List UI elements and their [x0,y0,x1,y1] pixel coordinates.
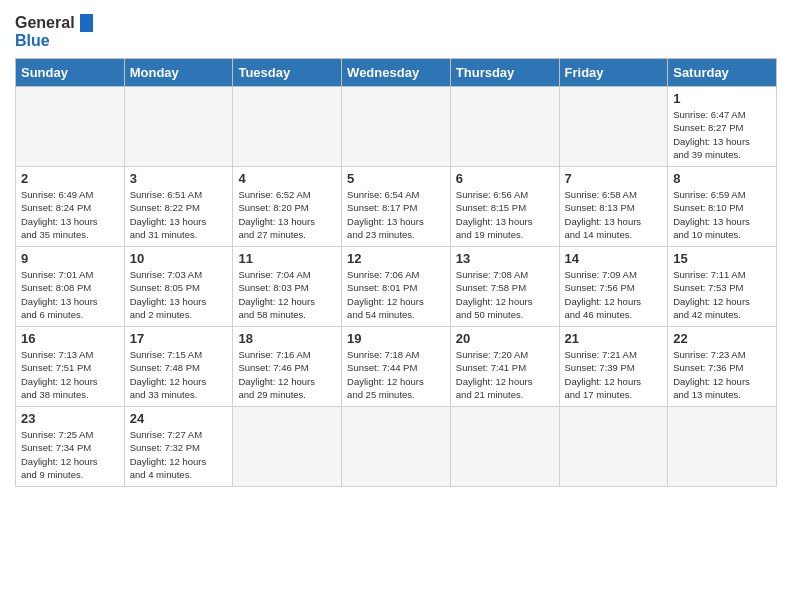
header: GeneralBlue [15,10,777,50]
calendar-cell: 10Sunrise: 7:03 AM Sunset: 8:05 PM Dayli… [124,247,233,327]
day-detail: Sunrise: 7:01 AM Sunset: 8:08 PM Dayligh… [21,268,119,321]
weekday-header-thursday: Thursday [450,59,559,87]
calendar-cell: 14Sunrise: 7:09 AM Sunset: 7:56 PM Dayli… [559,247,668,327]
calendar-cell: 6Sunrise: 6:56 AM Sunset: 8:15 PM Daylig… [450,167,559,247]
day-number: 6 [456,171,554,186]
calendar-cell: 18Sunrise: 7:16 AM Sunset: 7:46 PM Dayli… [233,327,342,407]
day-detail: Sunrise: 6:47 AM Sunset: 8:27 PM Dayligh… [673,108,771,161]
day-detail: Sunrise: 7:09 AM Sunset: 7:56 PM Dayligh… [565,268,663,321]
day-number: 17 [130,331,228,346]
day-number: 5 [347,171,445,186]
calendar-cell [16,87,125,167]
day-detail: Sunrise: 6:51 AM Sunset: 8:22 PM Dayligh… [130,188,228,241]
weekday-header-monday: Monday [124,59,233,87]
calendar-row-4: 16Sunrise: 7:13 AM Sunset: 7:51 PM Dayli… [16,327,777,407]
day-number: 3 [130,171,228,186]
calendar-row-3: 9Sunrise: 7:01 AM Sunset: 8:08 PM Daylig… [16,247,777,327]
calendar-cell: 24Sunrise: 7:27 AM Sunset: 7:32 PM Dayli… [124,407,233,487]
calendar-cell [668,407,777,487]
calendar-cell: 20Sunrise: 7:20 AM Sunset: 7:41 PM Dayli… [450,327,559,407]
calendar-cell: 3Sunrise: 6:51 AM Sunset: 8:22 PM Daylig… [124,167,233,247]
day-detail: Sunrise: 7:25 AM Sunset: 7:34 PM Dayligh… [21,428,119,481]
day-number: 12 [347,251,445,266]
day-detail: Sunrise: 7:13 AM Sunset: 7:51 PM Dayligh… [21,348,119,401]
day-number: 7 [565,171,663,186]
weekday-header-sunday: Sunday [16,59,125,87]
day-number: 9 [21,251,119,266]
calendar-row-2: 2Sunrise: 6:49 AM Sunset: 8:24 PM Daylig… [16,167,777,247]
day-detail: Sunrise: 6:49 AM Sunset: 8:24 PM Dayligh… [21,188,119,241]
day-detail: Sunrise: 7:06 AM Sunset: 8:01 PM Dayligh… [347,268,445,321]
calendar-row-1: 1Sunrise: 6:47 AM Sunset: 8:27 PM Daylig… [16,87,777,167]
day-detail: Sunrise: 6:59 AM Sunset: 8:10 PM Dayligh… [673,188,771,241]
day-number: 1 [673,91,771,106]
logo-icon: GeneralBlue [15,10,95,50]
calendar-cell: 19Sunrise: 7:18 AM Sunset: 7:44 PM Dayli… [342,327,451,407]
day-detail: Sunrise: 6:54 AM Sunset: 8:17 PM Dayligh… [347,188,445,241]
calendar-cell [233,407,342,487]
svg-text:Blue: Blue [15,32,50,49]
calendar-row-5: 23Sunrise: 7:25 AM Sunset: 7:34 PM Dayli… [16,407,777,487]
weekday-header-saturday: Saturday [668,59,777,87]
calendar-cell: 13Sunrise: 7:08 AM Sunset: 7:58 PM Dayli… [450,247,559,327]
calendar-table: SundayMondayTuesdayWednesdayThursdayFrid… [15,58,777,487]
day-detail: Sunrise: 7:18 AM Sunset: 7:44 PM Dayligh… [347,348,445,401]
day-detail: Sunrise: 7:23 AM Sunset: 7:36 PM Dayligh… [673,348,771,401]
calendar-cell: 8Sunrise: 6:59 AM Sunset: 8:10 PM Daylig… [668,167,777,247]
day-detail: Sunrise: 7:04 AM Sunset: 8:03 PM Dayligh… [238,268,336,321]
day-detail: Sunrise: 6:52 AM Sunset: 8:20 PM Dayligh… [238,188,336,241]
day-number: 8 [673,171,771,186]
weekday-header-friday: Friday [559,59,668,87]
svg-marker-2 [80,14,93,32]
day-detail: Sunrise: 7:08 AM Sunset: 7:58 PM Dayligh… [456,268,554,321]
calendar-cell: 23Sunrise: 7:25 AM Sunset: 7:34 PM Dayli… [16,407,125,487]
day-number: 10 [130,251,228,266]
calendar-cell [450,407,559,487]
day-number: 4 [238,171,336,186]
weekday-header-wednesday: Wednesday [342,59,451,87]
calendar-cell: 4Sunrise: 6:52 AM Sunset: 8:20 PM Daylig… [233,167,342,247]
day-detail: Sunrise: 6:58 AM Sunset: 8:13 PM Dayligh… [565,188,663,241]
calendar-cell: 7Sunrise: 6:58 AM Sunset: 8:13 PM Daylig… [559,167,668,247]
calendar-cell: 11Sunrise: 7:04 AM Sunset: 8:03 PM Dayli… [233,247,342,327]
calendar-cell: 5Sunrise: 6:54 AM Sunset: 8:17 PM Daylig… [342,167,451,247]
calendar-cell: 16Sunrise: 7:13 AM Sunset: 7:51 PM Dayli… [16,327,125,407]
calendar-cell: 21Sunrise: 7:21 AM Sunset: 7:39 PM Dayli… [559,327,668,407]
calendar-cell [559,87,668,167]
calendar-cell: 12Sunrise: 7:06 AM Sunset: 8:01 PM Dayli… [342,247,451,327]
calendar-cell: 22Sunrise: 7:23 AM Sunset: 7:36 PM Dayli… [668,327,777,407]
day-detail: Sunrise: 7:27 AM Sunset: 7:32 PM Dayligh… [130,428,228,481]
day-number: 18 [238,331,336,346]
calendar-cell: 17Sunrise: 7:15 AM Sunset: 7:48 PM Dayli… [124,327,233,407]
day-detail: Sunrise: 7:03 AM Sunset: 8:05 PM Dayligh… [130,268,228,321]
svg-text:General: General [15,14,75,31]
day-detail: Sunrise: 7:11 AM Sunset: 7:53 PM Dayligh… [673,268,771,321]
day-detail: Sunrise: 7:20 AM Sunset: 7:41 PM Dayligh… [456,348,554,401]
calendar-cell [342,87,451,167]
day-number: 11 [238,251,336,266]
calendar-cell [233,87,342,167]
day-number: 24 [130,411,228,426]
calendar-cell: 15Sunrise: 7:11 AM Sunset: 7:53 PM Dayli… [668,247,777,327]
day-number: 21 [565,331,663,346]
day-detail: Sunrise: 7:21 AM Sunset: 7:39 PM Dayligh… [565,348,663,401]
day-number: 20 [456,331,554,346]
day-number: 22 [673,331,771,346]
day-detail: Sunrise: 7:15 AM Sunset: 7:48 PM Dayligh… [130,348,228,401]
calendar-cell [559,407,668,487]
calendar-cell: 2Sunrise: 6:49 AM Sunset: 8:24 PM Daylig… [16,167,125,247]
day-number: 13 [456,251,554,266]
day-number: 15 [673,251,771,266]
calendar-cell [342,407,451,487]
day-number: 19 [347,331,445,346]
day-number: 14 [565,251,663,266]
calendar-cell: 1Sunrise: 6:47 AM Sunset: 8:27 PM Daylig… [668,87,777,167]
weekday-header-row: SundayMondayTuesdayWednesdayThursdayFrid… [16,59,777,87]
day-detail: Sunrise: 6:56 AM Sunset: 8:15 PM Dayligh… [456,188,554,241]
logo: GeneralBlue [15,10,95,50]
calendar-cell: 9Sunrise: 7:01 AM Sunset: 8:08 PM Daylig… [16,247,125,327]
day-number: 16 [21,331,119,346]
day-number: 23 [21,411,119,426]
weekday-header-tuesday: Tuesday [233,59,342,87]
calendar-cell [450,87,559,167]
